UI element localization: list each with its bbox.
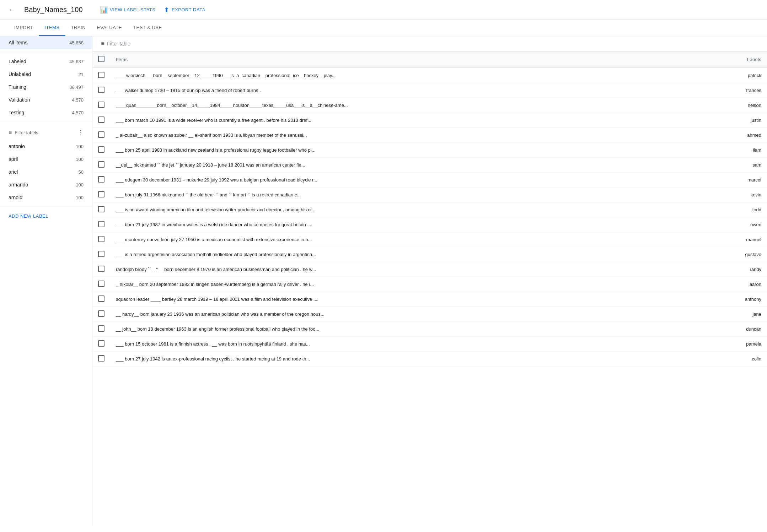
table-row: __ hardy__ born january 23 1936 was an a… [92,307,767,322]
main-layout: All items 45,658 Labeled 45,637 Unlabele… [0,36,767,526]
tab-test-use[interactable]: TEST & USE [128,20,168,36]
sidebar-item-training[interactable]: Training 36,497 [0,81,92,93]
sidebar-label-arnold[interactable]: arnold 100 [0,191,92,204]
table-row: ___ born 25 april 1988 in auckland new z… [92,143,767,158]
sidebar-item-testing[interactable]: Testing 4,570 [0,106,92,119]
items-table: Items Labels ____wiercioch___born__septe… [92,51,767,367]
tab-import[interactable]: IMPORT [9,20,39,36]
row-item-text: ___ born 27 july 1942 is an ex-professio… [110,352,717,367]
row-item-text: ___ edegem 30 december 1931 – nukerke 29… [110,173,717,188]
row-checkbox[interactable] [98,310,104,317]
row-checkbox[interactable] [98,295,104,302]
header-checkbox-col [92,51,110,68]
filter-labels-row: ≡ Filter labels ⋮ [0,125,92,140]
row-checkbox[interactable] [98,221,104,227]
row-checkbox[interactable] [98,251,104,257]
add-new-label-button[interactable]: ADD NEW LABEL [0,210,57,222]
sidebar-label-april[interactable]: april 100 [0,153,92,165]
row-item-text: ___ is a retired argentinian association… [110,247,717,262]
upload-icon: ⬆ [164,6,170,14]
sidebar-label-armando[interactable]: armando 100 [0,178,92,191]
row-checkbox-cell [92,307,110,322]
sidebar-label-ariel[interactable]: ariel 50 [0,165,92,178]
sidebar-item-validation[interactable]: Validation 4,570 [0,93,92,106]
filter-bar: ≡ Filter table [92,36,767,51]
row-checkbox[interactable] [98,325,104,332]
table-row: ___ is a retired argentinian association… [92,247,767,262]
row-label: duncan [717,322,767,337]
view-label-stats-button[interactable]: 📊 VIEW LABEL STATS [100,6,156,14]
row-checkbox[interactable] [98,161,104,168]
row-checkbox-cell [92,262,110,277]
tabs: IMPORT ITEMS TRAIN EVALUATE TEST & USE [0,20,767,36]
table-row: ___ monterrey nuevo león july 27 1950 is… [92,232,767,247]
row-item-text: ___ born july 31 1966 nicknamed `` the o… [110,188,717,202]
filter-table-label: Filter table [107,41,130,47]
row-checkbox[interactable] [98,236,104,242]
row-item-text: __ hardy__ born january 23 1936 was an a… [110,307,717,322]
sidebar-divider-1 [0,52,92,52]
row-checkbox[interactable] [98,72,104,78]
row-checkbox[interactable] [98,146,104,153]
row-item-text: ___ born march 10 1991 is a wide receive… [110,113,717,128]
row-item-text: ___ walker dunlop 1730 – 1815 of dunlop … [110,83,717,98]
sidebar-item-unlabeled[interactable]: Unlabeled 21 [0,68,92,81]
row-label: kevin [717,188,767,202]
row-checkbox-cell [92,143,110,158]
row-checkbox[interactable] [98,340,104,347]
row-item-text: __ john__ born 18 december 1963 is an en… [110,322,717,337]
table-row: ___ is an award winning american film an… [92,202,767,217]
row-label: marcel [717,173,767,188]
row-checkbox-cell [92,68,110,83]
table-row: ___ born july 31 1966 nicknamed `` the o… [92,188,767,202]
filter-icon: ≡ [9,129,12,136]
row-checkbox[interactable] [98,191,104,197]
row-checkbox-cell [92,337,110,352]
header: ← Baby_Names_100 📊 VIEW LABEL STATS ⬆ EX… [0,0,767,20]
row-item-text: _ al-zubair__ also known as zubeir __ el… [110,128,717,143]
back-button[interactable]: ← [9,6,16,14]
row-label: nelson [717,98,767,113]
select-all-checkbox[interactable] [98,56,104,62]
table-container: Items Labels ____wiercioch___born__septe… [92,51,767,526]
sidebar-item-labeled[interactable]: Labeled 45,637 [0,55,92,68]
filter-table-icon: ≡ [101,40,104,47]
export-data-button[interactable]: ⬆ EXPORT DATA [164,6,205,14]
row-item-text: ___ born 15 october 1981 is a finnish ac… [110,337,717,352]
row-checkbox-cell [92,158,110,173]
table-row: ___ born 21 july 1987 in wrexham wales i… [92,217,767,232]
row-item-text: ___ is an award winning american film an… [110,202,717,217]
row-checkbox[interactable] [98,87,104,93]
row-label: anthony [717,292,767,307]
more-icon[interactable]: ⋮ [77,129,84,136]
row-item-text: ___ born 25 april 1988 in auckland new z… [110,143,717,158]
row-checkbox[interactable] [98,206,104,212]
row-item-text: ____quan________born__october__14_____19… [110,98,717,113]
table-row: ____wiercioch___born__september__12_____… [92,68,767,83]
row-checkbox[interactable] [98,131,104,138]
row-checkbox-cell [92,128,110,143]
row-checkbox-cell [92,188,110,202]
tab-train[interactable]: TRAIN [65,20,92,36]
sidebar-label-antonio[interactable]: antonio 100 [0,140,92,153]
row-checkbox[interactable] [98,355,104,362]
row-label: liam [717,143,767,158]
row-checkbox[interactable] [98,102,104,108]
row-label: gustavo [717,247,767,262]
row-checkbox[interactable] [98,176,104,183]
table-row: _ nikolai__ born 20 september 1982 in si… [92,277,767,292]
content: ≡ Filter table Items Labels [92,36,767,526]
table-row: ___ edegem 30 december 1931 – nukerke 29… [92,173,767,188]
row-checkbox-cell [92,277,110,292]
row-item-text: _ nikolai__ born 20 september 1982 in si… [110,277,717,292]
table-row: ___ born 27 july 1942 is an ex-professio… [92,352,767,367]
sidebar-item-all-items[interactable]: All items 45,658 [0,36,92,49]
row-checkbox[interactable] [98,266,104,272]
row-checkbox-cell [92,232,110,247]
sidebar-divider-3 [0,207,92,207]
tab-items[interactable]: ITEMS [39,20,65,36]
filter-labels-label: Filter labels [15,130,38,135]
row-checkbox[interactable] [98,116,104,123]
row-checkbox[interactable] [98,281,104,287]
tab-evaluate[interactable]: EVALUATE [91,20,128,36]
